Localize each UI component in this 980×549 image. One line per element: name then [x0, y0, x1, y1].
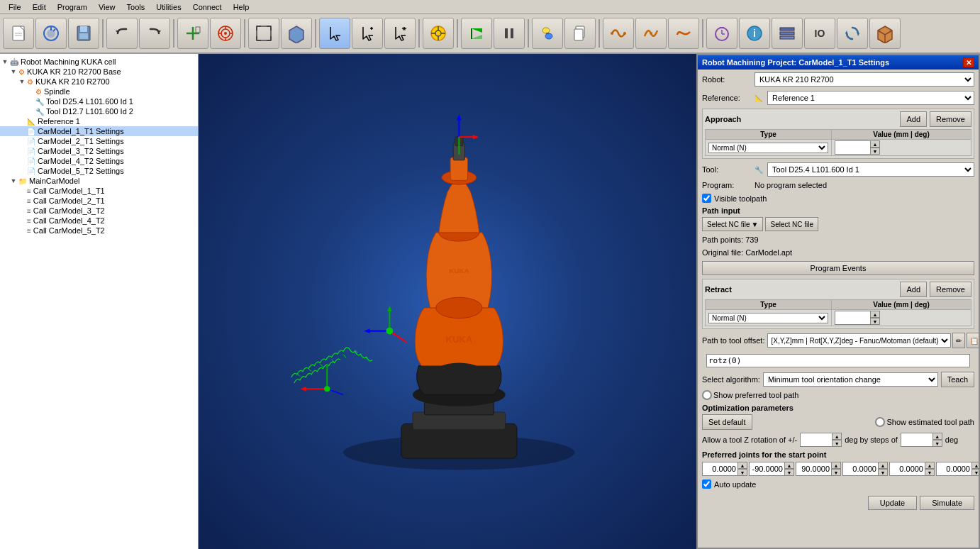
j3-up[interactable]: ▲ — [831, 462, 841, 469]
teach-button[interactable]: Teach — [941, 372, 974, 387]
set-default-button[interactable]: Set default — [702, 414, 752, 430]
menu-file[interactable]: File — [3, 1, 27, 13]
joint4-input[interactable] — [842, 462, 878, 476]
z-rotation-input[interactable]: 180.00 — [800, 433, 832, 447]
retract-type-select[interactable]: Normal (N) — [708, 313, 828, 323]
retract-up-btn[interactable]: ▲ — [870, 311, 880, 318]
add-target-button[interactable] — [177, 18, 208, 49]
redo-button[interactable] — [139, 18, 170, 49]
z-rotation-down-btn[interactable]: ▼ — [832, 440, 842, 447]
retract-down-btn[interactable]: ▼ — [870, 318, 880, 325]
tree-item-root[interactable]: ▼ 🤖 Robot Machining KUKA cell — [0, 57, 198, 67]
path1-button[interactable] — [603, 18, 634, 49]
select2-button[interactable] — [352, 18, 383, 49]
path-offset-edit-btn[interactable]: ✏ — [952, 333, 965, 348]
tree-item-settings3[interactable]: 📄 CarModel_3_T2 Settings — [0, 146, 198, 156]
tree-item-settings1[interactable]: 📄 CarModel_1_T1 Settings — [0, 126, 198, 136]
approach-add-button[interactable]: Add — [900, 111, 927, 127]
joint2-input[interactable] — [749, 462, 784, 476]
hazard-button[interactable] — [423, 18, 454, 49]
approach-up-btn[interactable]: ▲ — [870, 140, 880, 148]
open-button[interactable] — [35, 18, 67, 49]
robot-select[interactable]: KUKA KR 210 R2700 — [755, 72, 974, 87]
algorithm-select[interactable]: Minimum tool orientation change — [763, 372, 938, 387]
expand-maincar[interactable]: ▼ — [10, 177, 17, 184]
steps-input[interactable]: 20.00 — [901, 433, 932, 447]
viewport[interactable]: KUKA — [199, 54, 696, 549]
steps-up-btn[interactable]: ▲ — [932, 433, 942, 440]
j5-up[interactable]: ▲ — [925, 462, 935, 469]
menu-program[interactable]: Program — [52, 1, 93, 13]
menu-edit[interactable]: Edit — [27, 1, 52, 13]
retract-remove-button[interactable]: Remove — [930, 282, 971, 297]
timer-button[interactable] — [706, 18, 737, 49]
tree-item-settings2[interactable]: 📄 CarModel_2_T1 Settings — [0, 136, 198, 146]
menu-utilities[interactable]: Utilities — [150, 1, 186, 13]
tree-item-base[interactable]: ▼ ⚙ KUKA KR 210 R2700 Base — [0, 67, 198, 77]
simulate-button[interactable]: Simulate — [920, 496, 974, 510]
show-preferred-radio[interactable] — [702, 390, 712, 400]
joint6-input[interactable] — [936, 462, 971, 476]
select-nc-file-button[interactable]: Select NC file ▼ — [702, 217, 763, 231]
approach-remove-button[interactable]: Remove — [930, 111, 971, 127]
close-button[interactable]: ✕ — [963, 57, 974, 67]
io-button[interactable]: IO — [804, 18, 835, 49]
z-rotation-up-btn[interactable]: ▲ — [832, 433, 842, 440]
undo-button[interactable] — [106, 18, 138, 49]
tree-item-settings4[interactable]: 📄 CarModel_4_T2 Settings — [0, 156, 198, 166]
j5-dn[interactable]: ▼ — [925, 469, 935, 476]
expand-root[interactable]: ▼ — [1, 58, 9, 65]
j4-up[interactable]: ▲ — [878, 462, 888, 469]
tree-item-call5[interactable]: ≡ Call CarModel_5_T2 — [0, 226, 198, 235]
view3d-button[interactable] — [281, 18, 312, 49]
j1-dn[interactable]: ▼ — [737, 469, 747, 476]
joint3-input[interactable] — [796, 462, 831, 476]
package-button[interactable] — [869, 18, 901, 49]
steps-down-btn[interactable]: ▼ — [932, 440, 942, 447]
tree-item-call3[interactable]: ≡ Call CarModel_3_T2 — [0, 206, 198, 216]
menu-view[interactable]: View — [93, 1, 121, 13]
tree-item-call4[interactable]: ≡ Call CarModel_4_T2 — [0, 216, 198, 226]
select-button[interactable] — [319, 18, 350, 49]
approach-type-select[interactable]: Normal (N) — [708, 143, 828, 153]
reference-select[interactable]: Reference 1 — [767, 91, 974, 105]
j2-up[interactable]: ▲ — [784, 462, 794, 469]
save-button[interactable] — [68, 18, 99, 49]
j6-dn[interactable]: ▼ — [971, 469, 980, 476]
pause-button[interactable] — [494, 18, 525, 49]
program-events-button[interactable]: Program Events — [702, 261, 974, 275]
path-offset-copy-btn[interactable]: 📋 — [967, 333, 980, 348]
tree-item-spindle[interactable]: ⚙ Spindle — [0, 87, 198, 96]
tool-select[interactable]: Tool D25.4 L101.600 Id 1 — [767, 162, 974, 177]
info-button[interactable]: i — [739, 18, 770, 49]
expand-base[interactable]: ▼ — [10, 68, 17, 75]
joint5-input[interactable] — [889, 462, 925, 476]
reload-button[interactable] — [837, 18, 868, 49]
menu-tools[interactable]: Tools — [121, 1, 151, 13]
tree-item-tool1[interactable]: 🔧 Tool D25.4 L101.600 Id 1 — [0, 96, 198, 106]
copy-button[interactable] — [564, 18, 596, 49]
play-button[interactable] — [461, 18, 492, 49]
script-button[interactable] — [532, 18, 563, 49]
expand-robot[interactable]: ▼ — [18, 78, 26, 85]
menu-connect[interactable]: Connect — [187, 1, 228, 13]
approach-down-btn[interactable]: ▼ — [870, 148, 880, 155]
approach-value-input[interactable]: 100.000 — [835, 140, 870, 155]
menu-help[interactable]: Help — [228, 1, 255, 13]
fit-button[interactable] — [248, 18, 279, 49]
path-offset-select[interactable]: [X,Y,Z]mm | Rot[X,Y,Z]deg - Fanuc/Motoma… — [767, 333, 951, 348]
tree-item-tool2[interactable]: 🔧 Tool D12.7 L101.600 Id 2 — [0, 106, 198, 116]
new-button[interactable] — [3, 18, 34, 49]
tree-item-ref1[interactable]: 📐 Reference 1 — [0, 116, 198, 126]
target-button[interactable] — [210, 18, 241, 49]
path3-button[interactable] — [668, 18, 699, 49]
tree-item-settings5[interactable]: 📄 CarModel_5_T2 Settings — [0, 166, 198, 176]
tree-item-call1[interactable]: ≡ Call CarModel_1_T1 — [0, 186, 198, 196]
retract-add-button[interactable]: Add — [900, 282, 927, 297]
j3-dn[interactable]: ▼ — [831, 469, 841, 476]
tree-item-robot[interactable]: ▼ ⚙ KUKA KR 210 R2700 — [0, 77, 198, 87]
layers-button[interactable] — [772, 18, 803, 49]
tree-item-maincar[interactable]: ▼ 📁 MainCarModel — [0, 176, 198, 186]
j4-dn[interactable]: ▼ — [878, 469, 888, 476]
update-button[interactable]: Update — [868, 496, 917, 510]
